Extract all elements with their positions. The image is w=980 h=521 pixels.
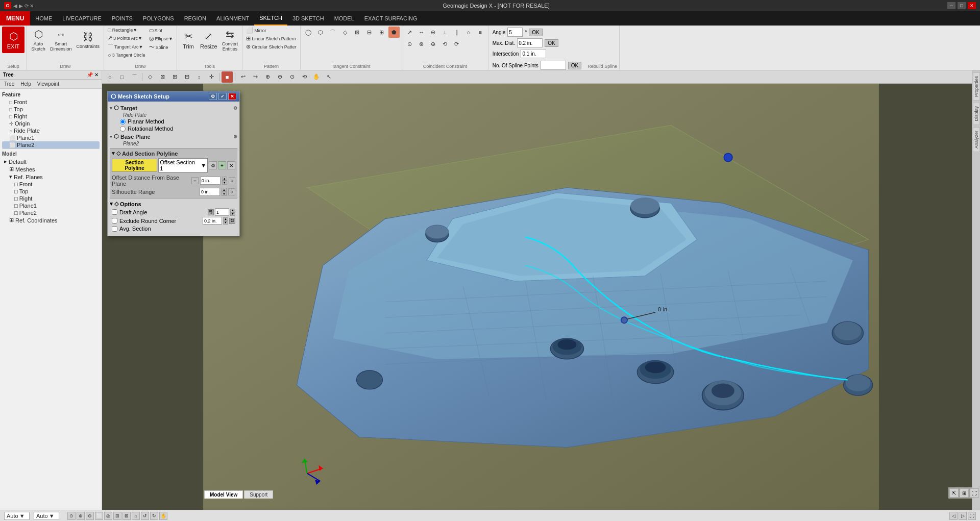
sb-r1[interactable]: ◁ (949, 512, 958, 520)
sb-icon7[interactable]: ⊠ (122, 512, 131, 520)
tree-close-btn[interactable]: ✕ (94, 72, 99, 78)
spline-button[interactable]: 〜 Spline (148, 43, 175, 52)
vt-select-btn[interactable]: ↖ (323, 71, 334, 83)
options-header[interactable]: ▾ ◇ Options (110, 200, 237, 208)
tree-ref-front[interactable]: □ Front (2, 181, 100, 188)
ellipse-button[interactable]: ◎ Ellipse▼ (148, 35, 175, 42)
model-view-tab[interactable]: Model View (204, 490, 243, 499)
cc8-btn[interactable]: ⊙ (404, 38, 415, 49)
vt-expand-btn[interactable]: ⇱ (949, 488, 959, 498)
section-del-btn[interactable]: ✕ (227, 161, 235, 169)
cc4-btn[interactable]: ⟂ (439, 27, 451, 38)
offset-dist-icon[interactable]: ↔ (191, 177, 198, 184)
max-dist-input[interactable] (517, 38, 543, 47)
cc1-btn[interactable]: ↗ (404, 27, 415, 38)
tangent-c8-btn[interactable]: ⬟ (388, 27, 400, 38)
slot-button[interactable]: ⬭ Slot (148, 27, 175, 34)
offset-dist-down[interactable]: ▼ (222, 181, 227, 185)
vt-fit-btn[interactable]: ⊙ (286, 71, 298, 83)
tree-tab-help[interactable]: Help (18, 81, 33, 87)
tree-ref-right[interactable]: □ Right (2, 195, 100, 202)
vt-cross-btn[interactable]: ✛ (206, 71, 217, 83)
cc7-btn[interactable]: ≡ (475, 27, 486, 38)
sb-icon10[interactable]: ↻ (150, 512, 158, 520)
vt-lines-btn[interactable]: ⊟ (181, 71, 192, 83)
sb-icon6[interactable]: ⊞ (113, 512, 121, 520)
silhouette-range-input[interactable] (200, 188, 220, 196)
constraints-button[interactable]: ⛓ Constraints (75, 27, 102, 53)
menu-region[interactable]: REGION (179, 11, 211, 26)
tree-item-top[interactable]: □ Top (2, 106, 100, 113)
cc2-btn[interactable]: ↔ (416, 27, 427, 38)
vt-pan-btn[interactable]: ✋ (311, 71, 322, 83)
sb-icon5[interactable]: ◎ (104, 512, 112, 520)
cc12-btn[interactable]: ⟳ (451, 38, 462, 49)
menu-3dsketch[interactable]: 3D SKETCH (287, 11, 329, 26)
menu-sketch[interactable]: SKETCH (254, 11, 287, 26)
tree-tab-viewpoint[interactable]: Viewpoint (35, 81, 61, 87)
silhouette-down[interactable]: ▼ (222, 192, 227, 196)
tree-item-plane2[interactable]: ⬜ Plane2 (2, 141, 100, 148)
tree-item-origin[interactable]: ✛ Origin (2, 120, 100, 127)
sb-icon3[interactable]: ⊖ (86, 512, 94, 520)
tangent-c2-btn[interactable]: ⬡ (315, 27, 326, 38)
resize-button[interactable]: ⤢ Resize (198, 27, 219, 53)
excl-up[interactable]: ▲ (223, 217, 228, 221)
sb-icon2[interactable]: ⊕ (77, 512, 85, 520)
support-tab[interactable]: Support (244, 490, 273, 499)
tangent-c1-btn[interactable]: ◯ (303, 27, 314, 38)
dialog-header[interactable]: ⬡ Mesh Sketch Setup ⚙ ✓ ✕ (108, 91, 239, 102)
mirror-button[interactable]: ⬜ Mirror (244, 27, 298, 34)
convert-entities-button[interactable]: ⇆ ConvertEntities (220, 27, 240, 53)
tangent-c5-btn[interactable]: ⊠ (352, 27, 363, 38)
planar-method-radio[interactable] (120, 119, 126, 125)
exclude-round-input[interactable] (203, 217, 222, 225)
tangent-arc-button[interactable]: ⌒ Tangent Arc▼ (106, 42, 147, 51)
smart-dimension-button[interactable]: ↔ SmartDimension (48, 27, 74, 53)
silhouette-circle[interactable]: ○ (228, 188, 235, 195)
tangent-c3-btn[interactable]: ⌒ (327, 27, 338, 38)
menu-livecapture[interactable]: LIVECAPTURE (57, 11, 106, 26)
silhouette-up[interactable]: ▲ (222, 188, 227, 192)
avg-section-checkbox[interactable] (112, 226, 117, 232)
excl-down[interactable]: ▼ (223, 221, 228, 225)
rectangle-button[interactable]: □ Rectangle▼ (106, 27, 147, 34)
vt-zoom-out-btn[interactable]: ⊖ (274, 71, 285, 83)
trim-button[interactable]: ✂ Trim (179, 27, 198, 53)
auto-dropdown2[interactable]: Auto ▼ (34, 512, 59, 520)
properties-tab[interactable]: Properties (973, 72, 980, 101)
vt-full-btn[interactable]: ⛶ (970, 488, 979, 498)
sb-icon11[interactable]: ✋ (159, 512, 167, 520)
intersection-input[interactable] (521, 49, 546, 58)
tree-ref-top[interactable]: □ Top (2, 188, 100, 195)
vt-undo-btn[interactable]: ↩ (237, 71, 249, 83)
no-spline-input[interactable] (541, 61, 566, 70)
no-spline-ok-btn[interactable]: OK (568, 62, 581, 69)
sb-icon4[interactable]: ⬜ (95, 512, 103, 520)
exit-button[interactable]: ⬡ EXIT (2, 27, 24, 53)
analyzer-tab[interactable]: Analyzer (973, 127, 980, 152)
section-add-btn[interactable]: + (218, 161, 226, 169)
offset-dist-circle[interactable]: ○ (229, 177, 235, 184)
tangent-c6-btn[interactable]: ⊟ (364, 27, 375, 38)
window-controls[interactable]: ─ □ ✕ (947, 2, 976, 9)
rotational-method-radio[interactable] (120, 126, 126, 132)
offset-section-dropdown[interactable]: Offset Section 1 ▼ (158, 158, 208, 172)
sb-r3[interactable]: ⛶ (968, 512, 976, 520)
vt-zoom-in-btn[interactable]: ⊕ (262, 71, 273, 83)
linear-sketch-pattern-button[interactable]: ⊞ Linear Sketch Pattern (244, 35, 298, 42)
tree-item-right[interactable]: □ Right (2, 113, 100, 120)
menu-points[interactable]: POINTS (107, 11, 138, 26)
menu-home[interactable]: HOME (30, 11, 57, 26)
tree-pin-btn[interactable]: 📌 (87, 72, 93, 78)
tree-ref-coordinates[interactable]: ⊞ Ref. Coordinates (2, 216, 100, 224)
auto-dropdown1[interactable]: Auto ▼ (4, 512, 30, 520)
cc10-btn[interactable]: ⊕ (428, 38, 439, 49)
close-btn[interactable]: ✕ (968, 2, 976, 9)
vt-arrows-btn[interactable]: ↕ (193, 71, 205, 83)
draft-angle-input[interactable] (215, 208, 229, 216)
cc3-btn[interactable]: ⊝ (428, 27, 439, 38)
tangent-c7-btn[interactable]: ⊞ (376, 27, 387, 38)
vt-rect-btn[interactable]: ⊠ (157, 71, 168, 83)
vt-rotate-btn[interactable]: ⟲ (299, 71, 310, 83)
